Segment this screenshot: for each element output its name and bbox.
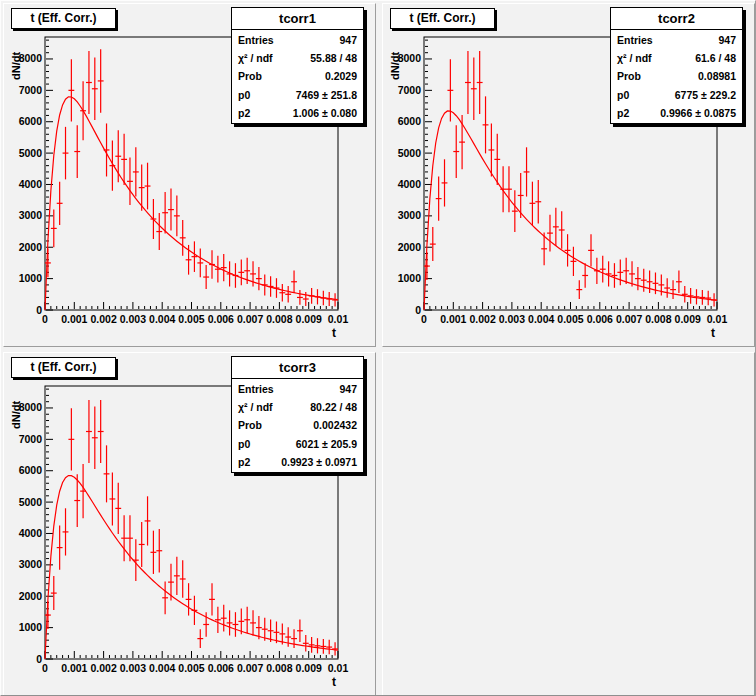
stats-row: p20.9966 ± 0.0875 [611, 107, 742, 119]
histogram-title-box[interactable]: t (Eff. Corr.) [11, 357, 116, 378]
stats-label: Prob [238, 70, 262, 82]
x-tick-label: 0.006 [587, 313, 613, 325]
y-tick-label: 6000 [19, 464, 43, 476]
stats-label: p0 [238, 438, 250, 450]
y-tick-label: 1000 [19, 621, 43, 633]
pad-tcorr3[interactable]: 01000200030004000500060007000800000.0010… [3, 352, 376, 696]
stats-label: χ² / ndf [238, 52, 273, 64]
pad-tcorr2[interactable]: 01000200030004000500060007000800000.0010… [382, 3, 755, 347]
y-tick-label: 7000 [19, 84, 43, 96]
stats-value: 61.6 / 48 [695, 52, 736, 64]
stats-label: p0 [617, 89, 629, 101]
x-tick-label: 0.004 [149, 662, 175, 674]
x-tick-label: 0 [42, 662, 48, 674]
pad-empty[interactable] [382, 352, 755, 696]
stats-label: Entries [238, 34, 274, 46]
x-tick-label: 0 [42, 313, 48, 325]
y-tick-label: 2000 [19, 241, 43, 253]
x-tick-label: 0.01 [707, 313, 728, 325]
x-tick-label: 0.008 [266, 313, 292, 325]
y-tick-label: 3000 [398, 209, 422, 221]
pad-tcorr1[interactable]: 01000200030004000500060007000800000.0010… [3, 3, 376, 347]
y-tick-label: 2000 [19, 590, 43, 602]
x-tick-label: 0.003 [120, 662, 146, 674]
stats-value: 947 [339, 34, 357, 46]
stats-row: χ² / ndf61.6 / 48 [611, 52, 742, 64]
stats-label: p2 [238, 107, 250, 119]
histogram-title-box[interactable]: t (Eff. Corr.) [11, 8, 116, 29]
y-tick-label: 2000 [398, 241, 422, 253]
x-tick-label: 0.008 [645, 313, 671, 325]
x-tick-label: 0.007 [237, 313, 263, 325]
stats-label: Entries [238, 383, 274, 395]
stats-value: 6021 ± 205.9 [296, 438, 357, 450]
y-tick-label: 8000 [19, 401, 43, 413]
stats-value: 947 [718, 34, 736, 46]
x-tick-label: 0.003 [499, 313, 525, 325]
stats-value: 0.9923 ± 0.0971 [281, 456, 357, 468]
y-axis-title: dN/dt [10, 52, 22, 80]
y-tick-label: 3000 [19, 209, 43, 221]
x-tick-label: 0.002 [469, 313, 495, 325]
stats-value: 7469 ± 251.8 [296, 89, 357, 101]
x-tick-label: 0.002 [90, 313, 116, 325]
y-tick-label: 6000 [19, 115, 43, 127]
stats-box-tcorr1[interactable]: tcorr1 Entries947χ² / ndf55.88 / 48Prob0… [231, 7, 364, 124]
stats-row: p07469 ± 251.8 [232, 89, 363, 101]
x-tick-label: 0 [421, 313, 427, 325]
root-canvas: 01000200030004000500060007000800000.0010… [0, 0, 756, 696]
stats-label: Prob [238, 419, 262, 431]
stats-row: χ² / ndf80.22 / 48 [232, 401, 363, 413]
stats-row: Entries947 [232, 383, 363, 395]
x-tick-label: 0.002 [90, 662, 116, 674]
stats-rows: Entries947χ² / ndf80.22 / 48Prob0.002432… [232, 379, 363, 472]
stats-box-title: tcorr3 [232, 357, 363, 379]
x-tick-label: 0.009 [296, 313, 322, 325]
y-tick-label: 3000 [19, 558, 43, 570]
stats-value: 947 [339, 383, 357, 395]
stats-row: p21.006 ± 0.080 [232, 107, 363, 119]
histogram-title-box[interactable]: t (Eff. Corr.) [390, 8, 495, 29]
x-axis-title: t [332, 326, 336, 340]
x-tick-label: 0.001 [440, 313, 466, 325]
x-tick-label: 0.005 [178, 313, 204, 325]
stats-box-tcorr2[interactable]: tcorr2 Entries947χ² / ndf61.6 / 48Prob0.… [610, 7, 743, 124]
y-tick-label: 4000 [19, 178, 43, 190]
stats-row: χ² / ndf55.88 / 48 [232, 52, 363, 64]
x-tick-label: 0.005 [557, 313, 583, 325]
x-tick-label: 0.005 [178, 662, 204, 674]
stats-value: 1.006 ± 0.080 [293, 107, 357, 119]
stats-label: Entries [617, 34, 653, 46]
x-tick-label: 0.009 [296, 662, 322, 674]
stats-row: Prob0.002432 [232, 419, 363, 431]
y-tick-label: 4000 [19, 527, 43, 539]
stats-label: χ² / ndf [617, 52, 652, 64]
y-tick-label: 5000 [19, 147, 43, 159]
x-tick-label: 0.01 [328, 662, 349, 674]
stats-value: 0.08981 [698, 70, 736, 82]
stats-value: 80.22 / 48 [310, 401, 357, 413]
stats-row: Prob0.2029 [232, 70, 363, 82]
x-tick-label: 0.006 [208, 662, 234, 674]
y-tick-label: 7000 [19, 433, 43, 445]
stats-box-title: tcorr2 [611, 8, 742, 30]
x-tick-label: 0.008 [266, 662, 292, 674]
stats-value: 0.9966 ± 0.0875 [660, 107, 736, 119]
stats-rows: Entries947χ² / ndf55.88 / 48Prob0.2029p0… [232, 30, 363, 123]
stats-value: 6775 ± 229.2 [675, 89, 736, 101]
x-tick-label: 0.009 [675, 313, 701, 325]
y-tick-label: 7000 [398, 84, 422, 96]
stats-row: Entries947 [232, 34, 363, 46]
x-tick-label: 0.004 [528, 313, 554, 325]
stats-label: χ² / ndf [238, 401, 273, 413]
stats-label: Prob [617, 70, 641, 82]
y-tick-label: 1000 [398, 272, 422, 284]
x-tick-label: 0.003 [120, 313, 146, 325]
y-axis-title: dN/dt [10, 401, 22, 429]
stats-row: p06775 ± 229.2 [611, 89, 742, 101]
x-tick-label: 0.001 [61, 313, 87, 325]
y-axis-title: dN/dt [389, 52, 401, 80]
y-tick-label: 6000 [398, 115, 422, 127]
x-tick-label: 0.007 [237, 662, 263, 674]
stats-box-tcorr3[interactable]: tcorr3 Entries947χ² / ndf80.22 / 48Prob0… [231, 356, 364, 473]
